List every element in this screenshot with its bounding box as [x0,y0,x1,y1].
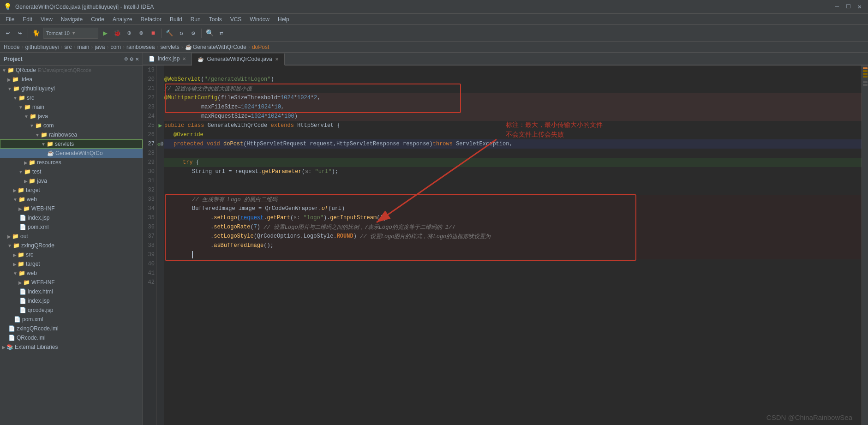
menu-view[interactable]: View [37,15,56,24]
run-config-icon: 🐈 [31,28,41,38]
find-button[interactable]: 🔍 [204,28,215,38]
tree-item-test-java[interactable]: ▶ 📁 java [0,176,143,186]
tree-item-zxing-web[interactable]: ▼ 📁 web [0,269,143,278]
tree-item-out[interactable]: ▶ 📁 out [0,232,143,241]
zxing-iml-icon: 📄 [8,325,15,332]
tree-item-qrcodejsp[interactable]: 📄 qrcode.jsp [0,305,143,315]
bc-com[interactable]: com [110,44,121,50]
tree-item-zxing-target[interactable]: ▶ 📁 target [0,259,143,269]
tree-item-zxing-pom[interactable]: 📄 pom.xml [0,315,143,324]
tree-item-zxing-indexhtml[interactable]: 📄 index.html [0,287,143,296]
bc-rcode[interactable]: Rcode [4,44,20,50]
minimize-button[interactable]: ─ [832,3,842,11]
line-num-41: 41 [143,269,155,278]
menu-tools[interactable]: Tools [205,15,226,24]
bc-java[interactable]: java [95,44,105,50]
tab-indexjsp[interactable]: 📄 index.jsp ✕ [143,53,192,65]
menu-build[interactable]: Build [166,15,186,24]
tree-item-src[interactable]: ▼ 📁 src [0,93,143,102]
tree-item-zxing-webinf[interactable]: ▶ 📁 WEB-INF [0,278,143,287]
bc-servlets[interactable]: servlets [160,44,179,50]
menu-vcs[interactable]: VCS [227,15,245,24]
tree-item-zxing-indexjsp[interactable]: 📄 index.jsp [0,296,143,305]
code-line-28 [164,149,862,158]
tree-item-qrcode[interactable]: ▼ 📁 QRcode E:\Java\project\QRcode [0,66,143,75]
close-button[interactable]: ✕ [855,3,864,11]
tree-item-zxing-src[interactable]: ▶ 📁 src [0,250,143,259]
debug-button[interactable]: 🐞 [112,28,122,38]
tree-item-external-libs[interactable]: ▶ 📚 External Libraries [0,342,143,352]
titlebar: 💡 GenerateWithQrCode.java [githubliuyuey… [0,0,868,14]
code-body[interactable]: 标注：最大，最小传输大小的文件 不会文件上传会失败 @WebServlet("/… [164,66,862,425]
tab-bar: 📄 index.jsp ✕ ☕ GenerateWithQrCode.java … [143,53,868,66]
menu-file[interactable]: File [2,15,18,24]
cursor [192,251,193,258]
panel-close-icon[interactable]: ✕ [135,55,139,63]
tree-item-idea[interactable]: ▶ 📁 .idea [0,75,143,84]
bc-rainbowsea[interactable]: rainbowsea [126,44,155,50]
forward-button[interactable]: ↪ [15,28,25,38]
tree-item-rainbowsea[interactable]: ▼ 📁 rainbowsea [0,130,143,139]
tree-item-java[interactable]: ▼ 📁 java [0,112,143,121]
bc-generatewithqrcode[interactable]: GenerateWithQrCode [193,44,246,50]
bc-src[interactable]: src [64,44,72,50]
tab-generatewithqrcode-close[interactable]: ✕ [275,57,279,62]
tree-item-webinf[interactable]: ▶ 📁 WEB-INF [0,204,143,213]
stop-button[interactable]: ■ [148,28,158,38]
tree-item-generatewithqrcode[interactable]: ☕ GenerateWithQrCo [0,149,143,158]
line-numbers: 19 20 21 22 23 24 25 26 27 28 29 30 31 3… [143,66,157,425]
zxing-indexjsp-icon: 📄 [19,298,26,304]
menu-refactor[interactable]: Refactor [137,15,165,24]
tree-item-qrcode-iml[interactable]: 📄 QRcode.iml [0,333,143,342]
line-num-42: 42 [143,278,155,287]
gutter-27: ⊕@ [157,139,163,149]
line-num-29: 29 [143,158,155,167]
menu-code[interactable]: Code [87,15,108,24]
build-button[interactable]: 🔨 [164,28,174,38]
tree-item-pomxml[interactable]: 📄 pom.xml [0,222,143,232]
code-line-36: .setLogoRate(7) // 设置Logo图片与二维码之间的比例，7表示… [164,222,862,232]
bc-main[interactable]: main [77,44,89,50]
tab-generatewithqrcode[interactable]: ☕ GenerateWithQrCode.java ✕ [192,54,284,66]
right-scrollbar-panel[interactable] [862,66,868,425]
profile-button[interactable]: ⊗ [136,28,146,38]
back-button[interactable]: ↩ [3,28,13,38]
line-num-32: 32 [143,186,155,195]
bc-githubliuyueyi[interactable]: githubliuyueyi [25,44,59,50]
maximize-button[interactable]: □ [844,3,853,11]
editor-area: 📄 index.jsp ✕ ☕ GenerateWithQrCode.java … [143,53,868,425]
tree-item-web[interactable]: ▼ 📁 web [0,195,143,204]
line-num-23: 23 [143,102,155,112]
tree-item-main[interactable]: ▼ 📁 main [0,102,143,112]
coverage-button[interactable]: ⊕ [124,28,134,38]
sync-button[interactable]: ↻ [176,28,186,38]
menu-navigate[interactable]: Navigate [57,15,86,24]
tree-item-servlets[interactable]: ▼ 📁 servlets [0,139,143,149]
tree-item-zxingqrcode[interactable]: ▼ 📁 zxingQRcode [0,241,143,250]
menu-window[interactable]: Window [246,15,273,24]
tree-item-resources[interactable]: ▶ 📁 resources [0,158,143,167]
run-button[interactable]: ▶ [100,28,110,38]
app-icon: 💡 [4,3,12,11]
menu-help[interactable]: Help [274,15,293,24]
translate-button[interactable]: ⇄ [216,28,227,38]
tree-item-zxing-iml[interactable]: 📄 zxingQRcode.iml [0,324,143,333]
tree-item-com[interactable]: ▼ 📁 com [0,121,143,130]
tree-item-githubliuyueyi[interactable]: ▼ 📁 githubliuyueyi [0,84,143,93]
line-num-20: 20 [143,75,155,84]
menu-run[interactable]: Run [187,15,204,24]
menu-analyze[interactable]: Analyze [109,15,136,24]
code-line-38: .asBufferedImage(); [164,241,862,250]
tree-item-test[interactable]: ▼ 📁 test [0,167,143,176]
settings-button[interactable]: ⚙ [188,28,198,38]
code-line-19 [164,66,862,75]
panel-gear-icon[interactable]: ⚙ [130,55,133,63]
code-line-30: String url = request.getParameter(s: "ur… [164,167,862,176]
tab-generatewithqrcode-label: GenerateWithQrCode.java [207,56,272,62]
menu-edit[interactable]: Edit [19,15,36,24]
tree-item-indexjsp[interactable]: 📄 index.jsp [0,213,143,222]
tab-indexjsp-close[interactable]: ✕ [182,56,186,61]
tree-item-target[interactable]: ▶ 📁 target [0,186,143,195]
tomcat-selector[interactable]: Tomcat 10 ▼ [43,28,98,39]
panel-settings-button[interactable]: ⊕ [125,55,128,63]
